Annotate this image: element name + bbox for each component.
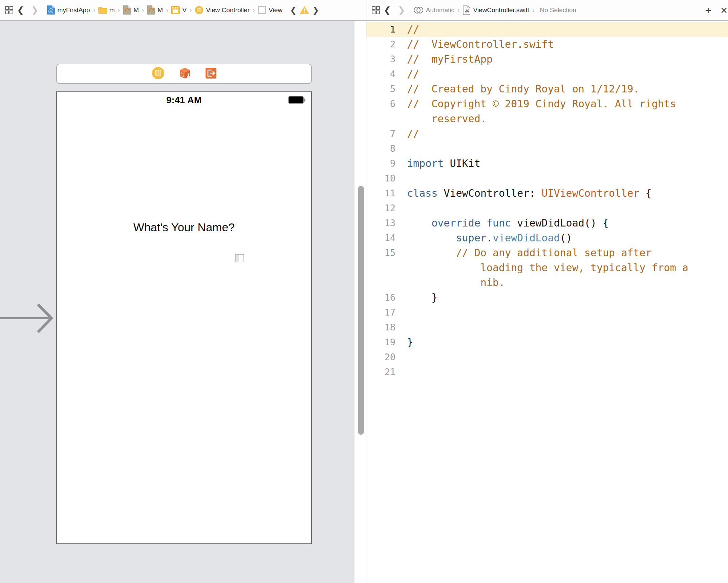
code-line[interactable]: 16 } bbox=[366, 290, 728, 305]
code-line[interactable]: 9import UIKit bbox=[366, 156, 728, 171]
ib-breadcrumb: AmyFirstApp›m›M›M›V›View Controller›View bbox=[47, 5, 283, 15]
storyboard-canvas[interactable]: 1 9:41 AM What's Your Name? bbox=[0, 21, 366, 583]
code-line[interactable]: 8 bbox=[366, 141, 728, 156]
previous-issue-button[interactable]: ❮ bbox=[287, 5, 299, 15]
folder-icon bbox=[98, 6, 107, 14]
code-text bbox=[400, 305, 413, 320]
related-items-icon[interactable] bbox=[371, 6, 380, 15]
code-line[interactable]: 6// Copyright © 2019 Cindy Royal. All ri… bbox=[366, 96, 728, 126]
next-issue-button[interactable]: ❯ bbox=[309, 5, 322, 15]
breadcrumb-item[interactable]: V bbox=[171, 6, 187, 14]
line-number: 17 bbox=[366, 305, 400, 320]
code-line[interactable]: 5// Created by Cindy Royal on 1/12/19. bbox=[366, 82, 728, 96]
code-line[interactable]: 14 super.viewDidLoad() bbox=[366, 231, 728, 245]
scene-dock: 1 bbox=[56, 64, 312, 84]
code-line[interactable]: 21 bbox=[366, 365, 728, 380]
scrollbar-track[interactable] bbox=[355, 21, 366, 583]
code-text: // myFirstApp bbox=[400, 52, 493, 67]
code-area[interactable]: 1//2// ViewController.swift3// myFirstAp… bbox=[366, 21, 728, 380]
scrollbar-thumb[interactable] bbox=[358, 186, 364, 435]
exit-icon[interactable] bbox=[205, 67, 217, 80]
editor-actions: + ✕ bbox=[701, 0, 728, 21]
breadcrumb-item[interactable]: ViewController.swift bbox=[463, 5, 529, 15]
code-text bbox=[400, 171, 413, 186]
line-number: 6 bbox=[366, 96, 400, 111]
related-items-icon[interactable] bbox=[5, 6, 14, 15]
breadcrumb-label: M bbox=[133, 6, 139, 14]
breadcrumb-item[interactable]: View Controller bbox=[195, 6, 249, 15]
code-text: // Created by Cindy Royal on 1/12/19. bbox=[400, 82, 639, 96]
code-text: // Do any additional setup after loading… bbox=[400, 245, 688, 290]
breadcrumb-label: myFirstApp bbox=[58, 6, 90, 14]
first-responder-icon[interactable]: 1 bbox=[179, 67, 191, 81]
code-text bbox=[400, 201, 413, 216]
code-line[interactable]: 3// myFirstApp bbox=[366, 52, 728, 67]
code-text: // ViewController.swift bbox=[400, 37, 554, 52]
line-number: 5 bbox=[366, 82, 400, 96]
line-number: 20 bbox=[366, 350, 400, 365]
line-number: 18 bbox=[366, 320, 400, 335]
breadcrumb-separator: › bbox=[454, 5, 463, 15]
source-editor[interactable]: 1//2// ViewController.swift3// myFirstAp… bbox=[366, 21, 728, 583]
code-text: // bbox=[400, 22, 419, 37]
code-line[interactable]: 19} bbox=[366, 335, 728, 350]
pane-divider[interactable] bbox=[366, 0, 366, 583]
line-number: 13 bbox=[366, 216, 400, 231]
issue-navigation: ❮ ❯ bbox=[287, 5, 322, 15]
code-text bbox=[400, 365, 413, 380]
warning-icon[interactable] bbox=[299, 5, 309, 15]
code-line[interactable]: 20 bbox=[366, 350, 728, 365]
editor-breadcrumb: Automatic›ViewController.swift›No Select… bbox=[413, 5, 576, 15]
breadcrumb-label: View Controller bbox=[206, 6, 249, 14]
view-controller-icon[interactable] bbox=[152, 67, 165, 81]
back-button[interactable]: ❮ bbox=[380, 6, 394, 15]
code-line[interactable]: 2// ViewController.swift bbox=[366, 37, 728, 52]
counterparts-icon bbox=[413, 6, 424, 15]
code-line[interactable]: 7// bbox=[366, 126, 728, 141]
breadcrumb-separator: › bbox=[529, 5, 537, 15]
breadcrumb-separator: › bbox=[115, 5, 123, 15]
code-text: import UIKit bbox=[400, 156, 480, 171]
breadcrumb-item[interactable]: M bbox=[123, 5, 139, 15]
code-line[interactable]: 15 // Do any additional setup after load… bbox=[366, 245, 728, 290]
code-line[interactable]: 10 bbox=[366, 171, 728, 186]
breadcrumb-item[interactable]: AmyFirstApp bbox=[47, 5, 90, 15]
battery-icon bbox=[288, 96, 304, 104]
empty-text-field[interactable] bbox=[235, 254, 244, 262]
code-line[interactable]: 4// bbox=[366, 67, 728, 82]
scene-icon bbox=[171, 6, 180, 14]
forward-button[interactable]: ❯ bbox=[28, 6, 42, 15]
code-line[interactable]: 18 bbox=[366, 320, 728, 335]
code-line[interactable]: 17 bbox=[366, 305, 728, 320]
forward-button[interactable]: ❯ bbox=[394, 6, 409, 15]
whats-your-name-label[interactable]: What's Your Name? bbox=[133, 221, 235, 234]
code-text: override func viewDidLoad() { bbox=[400, 216, 609, 231]
breadcrumb-item[interactable]: m bbox=[98, 6, 115, 14]
breadcrumb-label: ViewController.swift bbox=[473, 6, 529, 14]
breadcrumb-item[interactable]: M bbox=[147, 5, 163, 15]
code-line[interactable]: 13 override func viewDidLoad() { bbox=[366, 216, 728, 231]
line-number: 16 bbox=[366, 290, 400, 305]
line-number: 14 bbox=[366, 231, 400, 245]
line-number: 21 bbox=[366, 365, 400, 380]
back-button[interactable]: ❮ bbox=[14, 6, 28, 15]
project-icon: A bbox=[47, 5, 55, 15]
breadcrumb-item[interactable]: Automatic bbox=[413, 6, 454, 15]
code-text bbox=[400, 350, 413, 365]
line-number: 15 bbox=[366, 245, 400, 260]
code-line[interactable]: 1// bbox=[366, 22, 728, 37]
code-line[interactable]: 12 bbox=[366, 201, 728, 216]
line-number: 3 bbox=[366, 52, 400, 67]
view-controller-view[interactable]: 9:41 AM What's Your Name? bbox=[56, 91, 312, 544]
code-line[interactable]: 11class ViewController: UIViewController… bbox=[366, 186, 728, 201]
code-text: // bbox=[400, 67, 419, 82]
xcode-window: ❮ ❯ AmyFirstApp›m›M›M›V›View Controller›… bbox=[0, 0, 728, 583]
entry-point-arrow[interactable] bbox=[0, 302, 56, 336]
breadcrumb-label: View bbox=[269, 6, 282, 14]
breadcrumb-label: V bbox=[182, 6, 187, 14]
line-number: 9 bbox=[366, 156, 400, 171]
breadcrumb-item[interactable]: View bbox=[258, 6, 282, 14]
close-editor-icon[interactable]: ✕ bbox=[716, 6, 728, 15]
add-editor-icon[interactable]: + bbox=[701, 5, 716, 16]
breadcrumb-item[interactable]: No Selection bbox=[537, 6, 576, 14]
